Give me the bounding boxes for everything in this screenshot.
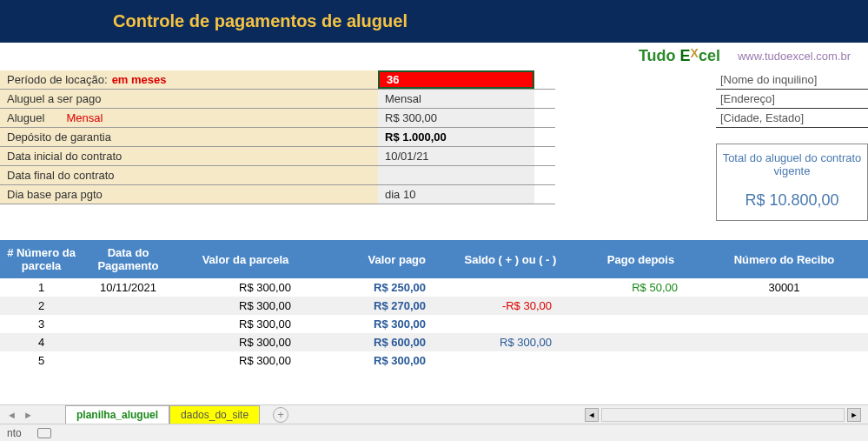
tenant-field[interactable]: [Endereço]	[716, 90, 868, 109]
form-label: Data inicial do contrato	[0, 147, 378, 165]
total-value: R$ 10.800,00	[717, 184, 867, 220]
cell-numero[interactable]: 5	[0, 352, 83, 369]
status-bar: nto	[0, 424, 868, 441]
cell-pago[interactable]: R$ 300,00	[317, 352, 443, 369]
table-row: 3R$ 300,00R$ 300,00	[0, 315, 868, 333]
cell-pago[interactable]: R$ 250,00	[317, 279, 443, 296]
cell-saldo[interactable]	[443, 286, 578, 290]
app-header: Controle de pagamentos de aluguel	[0, 0, 868, 43]
cell-numero[interactable]: 3	[0, 316, 83, 332]
add-sheet-button[interactable]: +	[273, 407, 288, 423]
cell-data[interactable]	[83, 323, 174, 326]
table-row: 2R$ 300,00R$ 270,00-R$ 30,00	[0, 297, 868, 315]
page-title: Controle de pagamentos de aluguel	[113, 11, 407, 31]
form-value[interactable]: R$ 1.000,00	[378, 128, 534, 146]
cell-parcela[interactable]: R$ 300,00	[174, 334, 317, 351]
cell-depois[interactable]: R$ 50,00	[578, 279, 704, 296]
cell-saldo[interactable]	[443, 323, 578, 326]
cell-recibo[interactable]	[704, 359, 865, 363]
cell-data[interactable]	[83, 359, 174, 363]
tab-next-icon[interactable]: ►	[23, 410, 33, 420]
cell-saldo[interactable]: R$ 300,00	[443, 334, 578, 351]
tab-nav-arrows: ◄ ►	[0, 410, 65, 420]
horizontal-scroll: ◄ ►	[585, 408, 868, 422]
form-value[interactable]: 10/01/21	[378, 147, 534, 165]
form-value[interactable]: dia 10	[378, 185, 534, 204]
form-row: AluguelMensalR$ 300,00	[0, 109, 555, 128]
tab-planilha-aluguel[interactable]: planilha_aluguel	[65, 405, 169, 424]
cell-pago[interactable]: R$ 600,00	[317, 334, 443, 351]
form-row: Data inicial do contrato10/01/21	[0, 147, 555, 166]
table-row: 110/11/2021R$ 300,00R$ 250,00R$ 50,00300…	[0, 278, 868, 297]
cell-numero[interactable]: 2	[0, 297, 83, 314]
cell-numero[interactable]: 4	[0, 334, 83, 351]
payments-table: # Número da parcela Data do Pagamento Va…	[0, 240, 868, 370]
status-text: nto	[7, 427, 22, 439]
total-label: Total do aluguel do contrato vigente	[717, 144, 867, 184]
cell-data[interactable]	[83, 304, 174, 308]
tenant-field[interactable]: [Nome do inquilino]	[716, 70, 868, 90]
cell-pago[interactable]: R$ 300,00	[317, 316, 443, 332]
form-label: Dia base para pgto	[0, 185, 378, 204]
table-row: 5R$ 300,00R$ 300,00	[0, 351, 868, 370]
cell-depois[interactable]	[578, 359, 704, 363]
table-row: 4R$ 300,00R$ 600,00R$ 300,00	[0, 333, 868, 351]
total-box: Total do aluguel do contrato vigente R$ …	[716, 144, 868, 221]
form-value[interactable]: R$ 300,00	[378, 109, 534, 127]
form-label: Aluguel a ser pago	[0, 90, 378, 108]
cell-data[interactable]	[83, 341, 174, 344]
form-section: Período de locação: em meses36Aluguel a …	[0, 70, 555, 221]
cell-saldo[interactable]: -R$ 30,00	[443, 297, 578, 314]
cell-depois[interactable]	[578, 341, 704, 344]
scroll-left-button[interactable]: ◄	[585, 408, 599, 422]
cell-parcela[interactable]: R$ 300,00	[174, 279, 317, 296]
cell-recibo[interactable]	[704, 341, 865, 344]
cell-recibo[interactable]: 30001	[704, 279, 865, 296]
form-row: Depósito de garantiaR$ 1.000,00	[0, 128, 555, 147]
col-parcela[interactable]: Valor da parcela	[174, 249, 317, 271]
logo-row: Tudo EXcel www.tudoexcel.com.br	[0, 43, 868, 69]
cell-parcela[interactable]: R$ 300,00	[174, 352, 317, 369]
form-label: Depósito de garantia	[0, 128, 378, 146]
scroll-right-button[interactable]: ►	[847, 408, 861, 422]
cell-pago[interactable]: R$ 270,00	[317, 297, 443, 314]
cell-depois[interactable]	[578, 323, 704, 326]
form-row: Data final do contrato	[0, 166, 555, 185]
col-data[interactable]: Data do Pagamento	[83, 242, 174, 277]
site-url[interactable]: www.tudoexcel.com.br	[738, 50, 851, 63]
col-saldo[interactable]: Saldo ( + ) ou ( - )	[443, 249, 578, 271]
cell-parcela[interactable]: R$ 300,00	[174, 316, 317, 332]
form-row: Período de locação: em meses36	[0, 70, 555, 90]
cell-depois[interactable]	[578, 304, 704, 308]
form-label: AluguelMensal	[0, 109, 378, 127]
tenant-section: [Nome do inquilino][Endereço][Cidade, Es…	[716, 70, 868, 221]
form-label: Data final do contrato	[0, 166, 378, 184]
form-row: Dia base para pgtodia 10	[0, 185, 555, 204]
cell-recibo[interactable]	[704, 323, 865, 326]
record-macro-icon[interactable]	[37, 428, 51, 438]
cell-saldo[interactable]	[443, 359, 578, 363]
col-pago[interactable]: Valor pago	[317, 249, 443, 271]
form-value[interactable]: 36	[378, 70, 534, 89]
scroll-track[interactable]	[601, 408, 845, 422]
table-header-row: # Número da parcela Data do Pagamento Va…	[0, 240, 868, 278]
tab-dados-do-site[interactable]: dados_do_site	[169, 405, 260, 424]
sheet-tab-bar: ◄ ► planilha_aluguel dados_do_site + ◄ ►	[0, 404, 868, 424]
form-value[interactable]: Mensal	[378, 90, 534, 108]
col-depois[interactable]: Pago depois	[578, 249, 704, 271]
logo: Tudo EXcel	[639, 47, 720, 65]
form-label: Período de locação: em meses	[0, 70, 378, 89]
cell-data[interactable]: 10/11/2021	[83, 279, 174, 296]
col-numero[interactable]: # Número da parcela	[0, 242, 83, 277]
form-value[interactable]	[378, 166, 534, 184]
col-recibo[interactable]: Número do Recibo	[704, 249, 865, 271]
cell-parcela[interactable]: R$ 300,00	[174, 297, 317, 314]
cell-numero[interactable]: 1	[0, 279, 83, 296]
tab-prev-icon[interactable]: ◄	[7, 410, 17, 420]
cell-recibo[interactable]	[704, 304, 865, 308]
form-row: Aluguel a ser pagoMensal	[0, 90, 555, 109]
tenant-field[interactable]: [Cidade, Estado]	[716, 109, 868, 128]
